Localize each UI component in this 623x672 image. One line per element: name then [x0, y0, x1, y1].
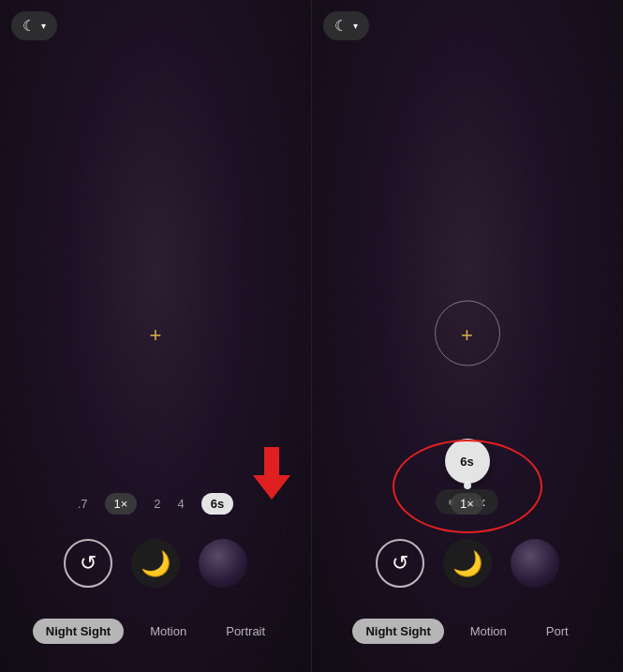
- right-chevron-icon: ▾: [353, 21, 358, 31]
- left-moon-button[interactable]: 🌙: [131, 539, 180, 588]
- right-tab-motion[interactable]: Motion: [457, 619, 520, 644]
- right-rotate-button[interactable]: ↺: [376, 539, 424, 588]
- zoom-6s[interactable]: 6s: [201, 493, 233, 515]
- exposure-bubble[interactable]: 6s: [445, 439, 490, 484]
- right-moon-btn-icon: 🌙: [452, 549, 482, 578]
- zoom-4[interactable]: 4: [178, 497, 185, 511]
- left-camera-controls: ↺ 🌙: [0, 539, 311, 588]
- right-moon-button[interactable]: 🌙: [443, 539, 492, 588]
- left-chevron-icon: ▾: [41, 21, 46, 31]
- left-portrait-button[interactable]: [199, 539, 247, 588]
- right-panel: ☾ ▾ + 6s Max 1× ↺ 🌙 Night Sight Motion P…: [311, 0, 622, 672]
- left-moon-icon: ☾: [22, 17, 36, 35]
- right-tab-portrait[interactable]: Port: [533, 619, 582, 644]
- right-tab-night-sight[interactable]: Night Sight: [352, 619, 443, 644]
- right-camera-controls: ↺ 🌙: [312, 539, 622, 588]
- left-mode-tabs: Night Sight Motion Portrait: [0, 619, 311, 644]
- left-mode-selector[interactable]: ☾ ▾: [11, 11, 57, 40]
- left-rotate-icon: ↺: [80, 551, 96, 575]
- left-panel: ☾ ▾ + .7 1× 2 4 6s ↺ 🌙 Night Sight Motio…: [0, 0, 311, 672]
- zoom-2[interactable]: 2: [154, 497, 160, 511]
- right-zoom-bar: 1×: [312, 493, 622, 515]
- svg-marker-0: [253, 447, 290, 500]
- zoom-point7[interactable]: .7: [78, 497, 88, 511]
- focus-circle: [435, 300, 500, 366]
- left-moon-btn-icon: 🌙: [141, 549, 171, 578]
- right-moon-icon: ☾: [334, 17, 348, 35]
- right-mode-tabs: Night Sight Motion Port: [312, 619, 622, 644]
- right-rotate-icon: ↺: [392, 551, 408, 575]
- left-rotate-button[interactable]: ↺: [64, 539, 112, 588]
- right-zoom-1x[interactable]: 1×: [451, 493, 483, 515]
- left-tab-motion[interactable]: Motion: [137, 619, 200, 644]
- right-mode-selector[interactable]: ☾ ▾: [323, 11, 369, 40]
- right-top-bar: ☾ ▾: [323, 11, 369, 40]
- zoom-1x[interactable]: 1×: [105, 493, 138, 515]
- left-top-bar: ☾ ▾: [11, 11, 57, 40]
- red-arrow-icon: [251, 447, 292, 505]
- right-portrait-button[interactable]: [511, 539, 559, 588]
- left-tab-portrait[interactable]: Portrait: [213, 619, 278, 644]
- left-tab-night-sight[interactable]: Night Sight: [33, 619, 124, 644]
- left-crosshair: +: [150, 322, 162, 347]
